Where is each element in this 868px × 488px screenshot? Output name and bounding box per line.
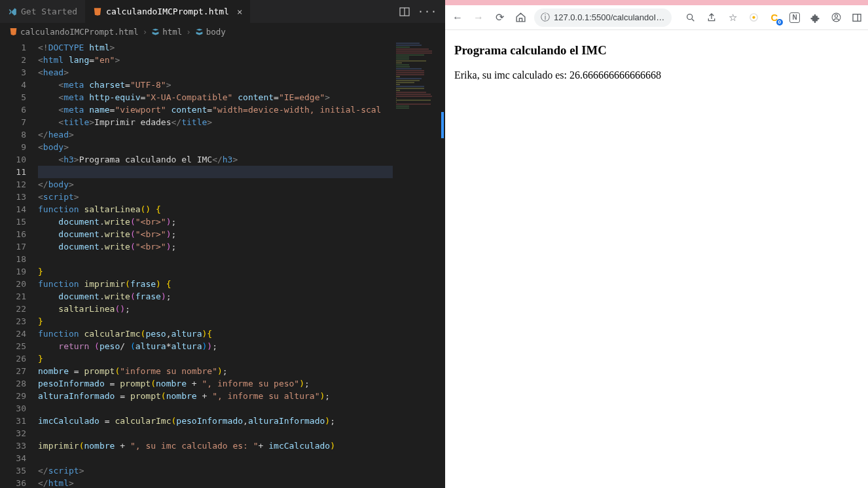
sidepanel-icon[interactable] xyxy=(851,12,863,24)
symbol-icon xyxy=(151,28,160,36)
page-output: Erika, su imc calculado es: 26.666666666… xyxy=(454,69,859,81)
browser-toolbar: ← → ⟳ ⓘ 127.0.0.1:5500/calculandoI… ☆ C … xyxy=(445,5,868,30)
home-button[interactable] xyxy=(513,10,528,25)
tab-label: Get Started xyxy=(21,7,77,16)
reload-button[interactable]: ⟳ xyxy=(492,10,507,25)
account-icon[interactable] xyxy=(830,12,842,24)
editor-tab-bar: Get Started calculandoIMCPrompt.html × ·… xyxy=(0,0,445,23)
tab-file-active[interactable]: calculandoIMCPrompt.html × xyxy=(85,0,250,23)
extension-badge-icon[interactable]: C xyxy=(769,12,780,24)
browser-tab-strip[interactable] xyxy=(445,0,868,5)
rendered-page: Programa calculando el IMC Erika, su imc… xyxy=(445,30,868,488)
editor[interactable]: 1234567891011121314151617181920212223242… xyxy=(0,40,445,488)
forward-button[interactable]: → xyxy=(471,10,486,25)
extensions-icon[interactable] xyxy=(809,12,821,24)
back-button[interactable]: ← xyxy=(450,10,465,25)
breadcrumb-file[interactable]: calculandoIMCPrompt.html xyxy=(20,27,139,37)
symbol-icon xyxy=(195,28,204,36)
browser-pane: ← → ⟳ ⓘ 127.0.0.1:5500/calculandoI… ☆ C … xyxy=(445,0,868,488)
svg-point-2 xyxy=(687,14,693,19)
address-bar[interactable]: ⓘ 127.0.0.1:5500/calculandoI… xyxy=(534,9,672,27)
svg-line-3 xyxy=(692,19,694,21)
minimap[interactable] xyxy=(393,40,445,488)
url-text: 127.0.0.1:5500/calculandoI… xyxy=(554,12,664,22)
split-editor-icon[interactable] xyxy=(399,7,410,17)
share-icon[interactable] xyxy=(706,12,717,24)
breadcrumb-html[interactable]: html xyxy=(162,27,182,37)
vscode-icon xyxy=(8,7,17,16)
svg-rect-8 xyxy=(853,14,861,21)
more-icon[interactable]: ··· xyxy=(418,6,437,18)
toolbar-right: ☆ C N xyxy=(685,12,863,24)
notion-icon[interactable]: N xyxy=(789,12,800,23)
close-icon[interactable]: × xyxy=(237,7,242,17)
vscode-pane: Get Started calculandoIMCPrompt.html × ·… xyxy=(0,0,445,488)
scrollbar-indicator[interactable] xyxy=(441,112,444,138)
chevron-right-icon: › xyxy=(186,27,191,37)
breadcrumb: calculandoIMCPrompt.html › html › body xyxy=(0,23,445,40)
html-file-icon xyxy=(93,7,102,16)
svg-point-5 xyxy=(752,16,755,18)
home-icon xyxy=(515,12,526,23)
svg-point-7 xyxy=(835,14,837,17)
bookmark-icon[interactable]: ☆ xyxy=(727,12,738,24)
site-info-icon[interactable]: ⓘ xyxy=(541,12,550,24)
code-area[interactable]: <!DOCTYPE html><html lang="en"><head> <m… xyxy=(38,40,445,488)
chevron-right-icon: › xyxy=(143,27,148,37)
page-heading: Programa calculando el IMC xyxy=(454,43,859,58)
breadcrumb-body[interactable]: body xyxy=(206,27,226,37)
line-gutter: 1234567891011121314151617181920212223242… xyxy=(0,40,38,488)
tab-actions: ··· xyxy=(399,6,445,18)
tab-get-started[interactable]: Get Started xyxy=(0,0,85,23)
zoom-icon[interactable] xyxy=(685,12,696,24)
tab-label: calculandoIMCPrompt.html xyxy=(106,7,229,16)
html-file-icon xyxy=(9,28,18,36)
extension-icon[interactable] xyxy=(748,12,759,24)
